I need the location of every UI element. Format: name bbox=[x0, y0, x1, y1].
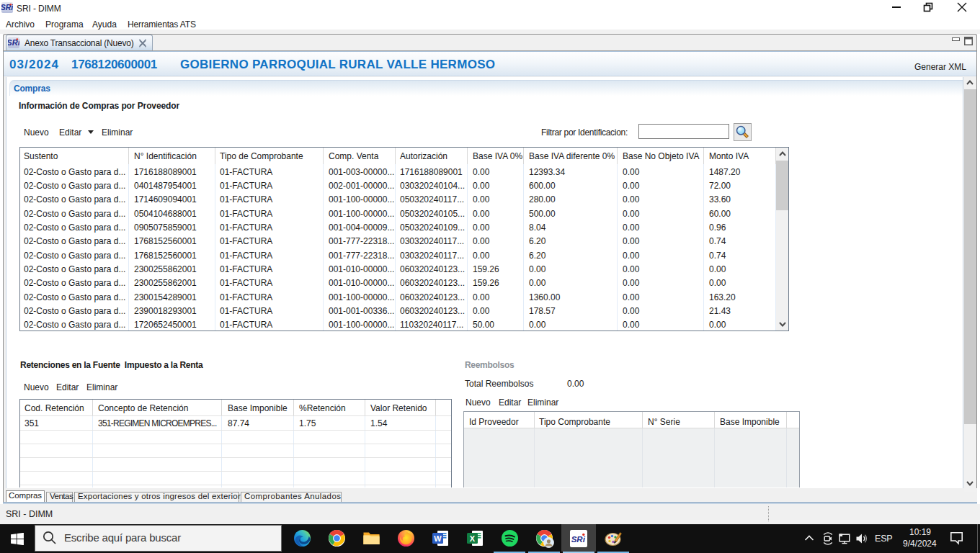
svg-text:X: X bbox=[470, 534, 476, 543]
svg-text:W: W bbox=[434, 534, 442, 543]
svg-text:SRi: SRi bbox=[571, 535, 586, 544]
